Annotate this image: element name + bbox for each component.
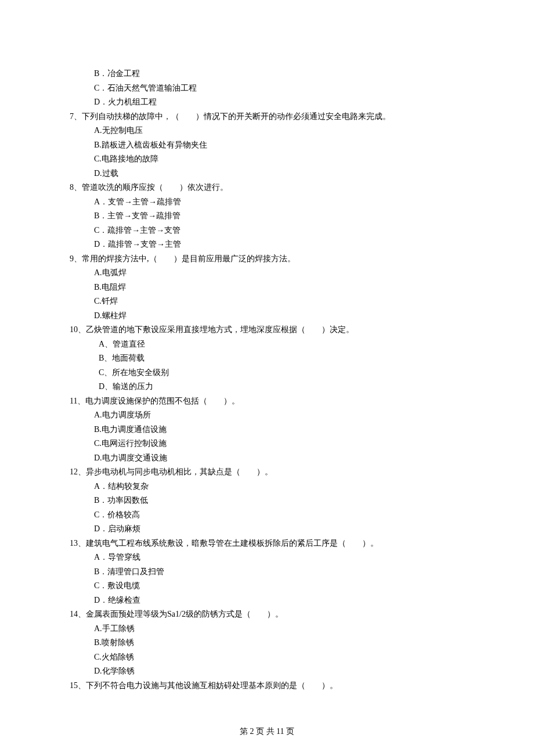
- q11-option-b: B.电力调度通信设施: [94, 423, 464, 437]
- q7-option-b: B.踏板进入梳齿板处有异物夹住: [94, 138, 464, 153]
- q14-option-a: A.手工除锈: [94, 622, 464, 636]
- q11-option-d: D.电力调度交通设施: [94, 451, 464, 466]
- q8-option-a: A．支管→主管→疏排管: [94, 195, 464, 210]
- q14-option-b: B.喷射除锈: [94, 636, 464, 650]
- q11-option-c: C.电网运行控制设施: [94, 437, 464, 451]
- q6-option-d: D．火力机组工程: [94, 95, 464, 110]
- q10-option-d: D、输送的压力: [99, 380, 464, 394]
- question-9: 9、常用的焊接方法中,（ ）是目前应用最广泛的焊接方法。: [70, 252, 464, 267]
- question-8: 8、管道吹洗的顺序应按（ ）依次进行。: [70, 181, 464, 195]
- q8-option-b: B．主管→支管→疏排管: [94, 209, 464, 224]
- q6-option-b: B．冶金工程: [94, 67, 464, 81]
- q10-option-c: C、所在地安全级别: [99, 366, 464, 380]
- question-15: 15、下列不符合电力设施与其他设施互相妨碍处理基本原则的是（ ）。: [70, 679, 464, 693]
- q9-option-d: D.螺柱焊: [94, 309, 464, 323]
- q14-option-c: C.火焰除锈: [94, 650, 464, 665]
- q14-option-d: D.化学除锈: [94, 664, 464, 679]
- q10-option-a: A、管道直径: [99, 337, 464, 352]
- question-13: 13、建筑电气工程布线系统敷设，暗敷导管在土建模板拆除后的紧后工序是（ ）。: [70, 537, 464, 551]
- q12-option-c: C．价格较高: [94, 508, 464, 523]
- q12-option-d: D．启动麻烦: [94, 522, 464, 537]
- q13-option-d: D．绝缘检查: [94, 593, 464, 608]
- q9-option-c: C.钎焊: [94, 294, 464, 309]
- question-11: 11、电力调度设施保护的范围不包括（ ）。: [70, 394, 464, 409]
- q9-option-a: A.电弧焊: [94, 266, 464, 280]
- q13-option-a: A．导管穿线: [94, 550, 464, 565]
- question-7: 7、下列自动扶梯的故障中，（ ）情况下的开关断开的动作必须通过安全电路来完成。: [70, 110, 464, 124]
- q7-option-a: A.无控制电压: [94, 124, 464, 138]
- q13-option-b: B．清理管口及扫管: [94, 565, 464, 579]
- question-12: 12、异步电动机与同步电动机相比，其缺点是（ ）。: [70, 465, 464, 480]
- q11-option-a: A.电力调度场所: [94, 408, 464, 423]
- question-14: 14、金属表面预处理等级为Sa1/2级的防锈方式是（ ）。: [70, 607, 464, 622]
- q13-option-c: C．敷设电缆: [94, 579, 464, 593]
- q12-option-a: A．结构较复杂: [94, 480, 464, 494]
- q8-option-c: C．疏排管→主管→支管: [94, 224, 464, 238]
- q12-option-b: B．功率因数低: [94, 494, 464, 508]
- q7-option-c: C.电路接地的故障: [94, 152, 464, 167]
- q8-option-d: D．疏排管→支管→主管: [94, 237, 464, 252]
- q6-option-c: C．石油天然气管道输油工程: [94, 81, 464, 96]
- page-footer: 第 2 页 共 11 页: [0, 725, 534, 739]
- q10-option-b: B、地面荷载: [99, 351, 464, 366]
- question-10: 10、乙炔管道的地下敷设应采用直接埋地方式，埋地深度应根据（ ）决定。: [70, 323, 464, 337]
- q9-option-b: B.电阻焊: [94, 280, 464, 295]
- q7-option-d: D.过载: [94, 167, 464, 181]
